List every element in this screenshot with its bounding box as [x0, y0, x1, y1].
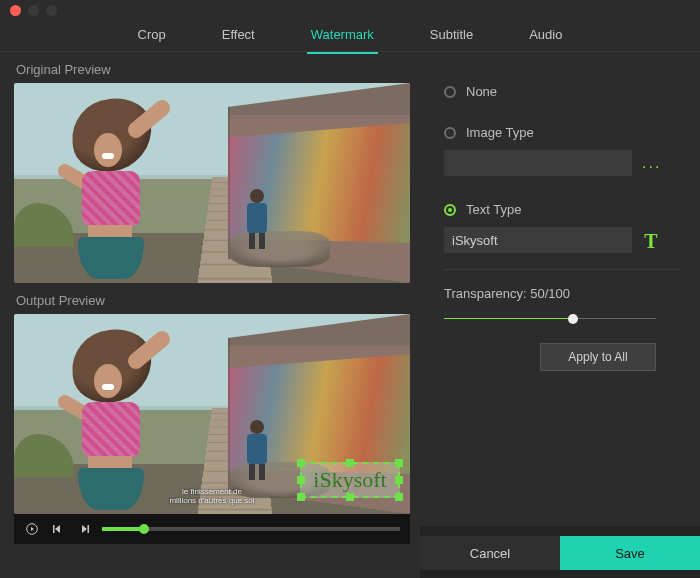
traffic-lights [10, 5, 57, 16]
minimize-icon[interactable] [28, 5, 39, 16]
close-icon[interactable] [10, 5, 21, 16]
tab-watermark[interactable]: Watermark [307, 19, 378, 54]
save-button[interactable]: Save [560, 536, 700, 570]
option-none[interactable]: None [444, 84, 680, 99]
original-preview [14, 83, 410, 283]
radio-icon [444, 127, 456, 139]
image-path-input[interactable] [444, 150, 632, 176]
watermark-overlay[interactable]: iSkysoft [300, 462, 400, 498]
option-none-label: None [466, 84, 497, 99]
apply-to-all-button[interactable]: Apply to All [540, 343, 656, 371]
watermark-text-input[interactable] [444, 227, 632, 253]
transparency-label: Transparency: 50/100 [444, 286, 680, 301]
option-image-type[interactable]: Image Type [444, 125, 680, 140]
svg-marker-4 [82, 525, 87, 533]
svg-rect-3 [53, 525, 55, 533]
tab-audio[interactable]: Audio [525, 19, 566, 52]
titlebar [0, 0, 700, 20]
browse-button[interactable]: ... [642, 154, 661, 172]
original-preview-label: Original Preview [16, 62, 410, 77]
footer: Cancel Save [420, 526, 700, 578]
output-preview[interactable]: le finissement de millions d'autres que … [14, 314, 410, 514]
playbar [14, 514, 410, 544]
play-button[interactable] [24, 521, 40, 537]
subtitle-text: le finissement de millions d'autres que … [169, 487, 254, 506]
radio-icon [444, 86, 456, 98]
option-image-label: Image Type [466, 125, 534, 140]
svg-rect-5 [88, 525, 90, 533]
tabbar: Crop Effect Watermark Subtitle Audio [0, 20, 700, 52]
cancel-button[interactable]: Cancel [420, 536, 560, 570]
svg-marker-1 [31, 527, 34, 531]
text-style-button[interactable]: T [642, 230, 660, 250]
option-text-type[interactable]: Text Type [444, 202, 680, 217]
prev-frame-button[interactable] [50, 521, 66, 537]
option-text-label: Text Type [466, 202, 521, 217]
transparency-slider[interactable] [444, 311, 656, 325]
svg-marker-2 [55, 525, 60, 533]
tab-effect[interactable]: Effect [218, 19, 259, 52]
tab-subtitle[interactable]: Subtitle [426, 19, 477, 52]
next-frame-button[interactable] [76, 521, 92, 537]
tab-crop[interactable]: Crop [134, 19, 170, 52]
zoom-icon[interactable] [46, 5, 57, 16]
divider [444, 269, 680, 270]
watermark-panel: None Image Type ... Text Type T Transpar… [420, 52, 700, 578]
output-preview-label: Output Preview [16, 293, 410, 308]
radio-icon [444, 204, 456, 216]
progress-bar[interactable] [102, 527, 400, 531]
